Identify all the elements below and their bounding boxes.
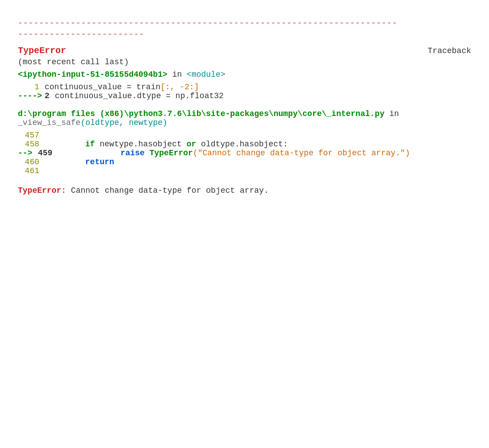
type-error-msg: ("Cannot change data-type for object arr… — [193, 149, 410, 158]
func-name: _view_is_safe — [18, 118, 80, 127]
line459-code: raise TypeError("Cannot change data-type… — [58, 149, 410, 158]
or-keyword: or — [187, 140, 196, 149]
line-num-458: 458 — [18, 140, 45, 149]
func-params: (oldtype, newtype) — [80, 118, 167, 127]
indent-459 — [58, 149, 116, 158]
line-num-460: 460 — [18, 158, 45, 166]
line-num-461: 461 — [18, 166, 45, 175]
indent-460 — [45, 158, 80, 166]
line-num-2: 2 — [45, 91, 55, 100]
line1-code-text: continuous_value = train — [45, 83, 160, 91]
final-error-type: TypeError — [18, 186, 61, 195]
code-line-459: --> 459 raise TypeError("Cannot change d… — [18, 149, 471, 158]
input-cell-link: <ipython-input-51-85155d4094b1> — [18, 70, 167, 79]
line460-code: return — [45, 158, 114, 166]
final-error-colon: : — [61, 186, 71, 195]
in-text-2: in — [389, 109, 399, 118]
arrow-2: ----> — [18, 91, 45, 100]
line458-newtype-code: newtype.hasobject — [100, 140, 182, 149]
code-line-461: 461 — [18, 166, 471, 175]
error-type-label: TypeError — [18, 46, 66, 56]
error-header: TypeError Traceback — [18, 46, 471, 56]
return-keyword: return — [85, 158, 114, 166]
code-line-2: ----> 2 continuous_value.dtype = np.floa… — [18, 91, 471, 100]
in-text: in — [172, 70, 187, 79]
line-num-1: 1 — [18, 83, 45, 91]
numpy-path: d:\program files (x86)\python3.7.6\lib\s… — [18, 109, 385, 118]
divider-long: ----------------------------------------… — [18, 18, 471, 29]
final-error: TypeError: Cannot change data-type for o… — [18, 186, 471, 195]
code-line-460: 460 return — [18, 158, 471, 166]
line-num-459: 459 — [38, 149, 58, 158]
line458-rest: oldtype.hasobject: — [201, 140, 288, 149]
code-line-1: 1 continuous_value = train[:, -2:] — [18, 83, 471, 91]
line1-code: continuous_value = train[:, -2:] — [45, 83, 199, 91]
traceback-label: Traceback — [428, 46, 471, 55]
type-error-raise: TypeError — [150, 149, 193, 158]
error-container: ----------------------------------------… — [18, 9, 471, 204]
numpy-path-block: d:\program files (x86)\python3.7.6\lib\s… — [18, 109, 471, 127]
line458-code: if newtype.hasobject or oldtype.hasobjec… — [45, 140, 288, 149]
call-info: (most recent call last) — [18, 58, 471, 66]
if-keyword: if — [85, 140, 95, 149]
code-line-457: 457 — [18, 131, 471, 140]
indent-458 — [45, 140, 80, 149]
line-num-457: 457 — [18, 131, 45, 140]
input-cell-block: <ipython-input-51-85155d4094b1> in <modu… — [18, 70, 471, 79]
code-line-458: 458 if newtype.hasobject or oldtype.haso… — [18, 140, 471, 149]
module-link: <module> — [187, 70, 225, 79]
line2-code: continuous_value.dtype = np.float32 — [55, 91, 224, 100]
line1-slice: [:, -2:] — [160, 83, 199, 91]
raise-keyword: raise — [121, 149, 145, 158]
divider-short: ------------------------ — [18, 29, 471, 40]
final-error-message: Cannot change data-type for object array… — [71, 186, 269, 195]
arrow-459: --> — [18, 149, 38, 158]
